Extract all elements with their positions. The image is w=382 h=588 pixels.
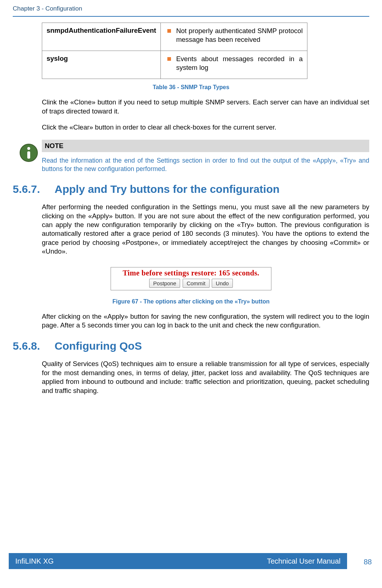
- page-content: snmpdAuthenticationFailureEvent Not prop…: [0, 23, 382, 395]
- chapter-title: Chapter 3 - Configuration: [13, 5, 382, 12]
- info-icon: [19, 143, 38, 162]
- section-title: Apply and Try buttons for the configurat…: [55, 183, 279, 195]
- square-bullet-icon: [167, 57, 171, 61]
- footer-bar: InfiLINK XG Technical User Manual: [9, 553, 347, 569]
- figure-title: Time before settings restore: 165 second…: [114, 269, 268, 277]
- note-body: NOTE Read the information at the end of …: [42, 140, 369, 173]
- svg-rect-3: [27, 151, 30, 159]
- trap-desc-text: Events about messages recorded in a syst…: [176, 55, 303, 72]
- svg-point-2: [27, 147, 30, 150]
- paragraph: Clink the «Clone» button if you need to …: [42, 98, 369, 116]
- bullet-item: Events about messages recorded in a syst…: [165, 55, 303, 72]
- footer-left: InfiLINK XG: [15, 557, 54, 565]
- footer-right: Technical User Manual: [267, 557, 341, 565]
- section-number: 5.6.7.: [13, 183, 55, 195]
- trap-desc-text: Not properly authenticated SNMP protocol…: [176, 27, 303, 44]
- section-heading-row: 5.6.8. Configuring QoS: [13, 340, 369, 352]
- section-heading-row: 5.6.7. Apply and Try buttons for the con…: [13, 183, 369, 195]
- header-rule: [13, 16, 369, 17]
- trap-name-cell: syslog: [42, 51, 161, 79]
- figure-caption: Figure 67 - The options after clicking o…: [13, 298, 369, 305]
- commit-button[interactable]: Commit: [183, 279, 210, 288]
- trap-desc-cell: Events about messages recorded in a syst…: [161, 51, 307, 79]
- figure-button-row: Postpone Commit Undo: [114, 279, 268, 288]
- note-heading: NOTE: [42, 140, 369, 152]
- paragraph: After performing the needed configuratio…: [42, 203, 369, 256]
- trap-desc-cell: Not properly authenticated SNMP protocol…: [161, 23, 307, 51]
- square-bullet-icon: [167, 29, 171, 33]
- note-block: NOTE Read the information at the end of …: [13, 140, 369, 173]
- section-number: 5.6.8.: [13, 340, 55, 352]
- paragraph: Quality of Services (QoS) techniques aim…: [42, 359, 369, 395]
- paragraph: After clicking on the «Apply» button for…: [42, 312, 369, 330]
- table-caption: Table 36 - SNMP Trap Types: [13, 84, 369, 91]
- trap-name-cell: snmpdAuthenticationFailureEvent: [42, 23, 161, 51]
- table-row: snmpdAuthenticationFailureEvent Not prop…: [42, 23, 307, 51]
- section-title: Configuring QoS: [55, 340, 142, 352]
- bullet-item: Not properly authenticated SNMP protocol…: [165, 27, 303, 44]
- page-header: Chapter 3 - Configuration: [0, 0, 382, 12]
- undo-button[interactable]: Undo: [212, 279, 233, 288]
- document-page: Chapter 3 - Configuration snmpdAuthentic…: [0, 0, 382, 588]
- figure-box: Time before settings restore: 165 second…: [111, 267, 271, 290]
- page-number: 88: [364, 558, 372, 566]
- note-text: Read the information at the end of the S…: [42, 156, 369, 173]
- paragraph: Click the «Clear» button in order to cle…: [42, 123, 369, 132]
- postpone-button[interactable]: Postpone: [149, 279, 180, 288]
- snmp-trap-table: snmpdAuthenticationFailureEvent Not prop…: [42, 23, 307, 79]
- table-row: syslog Events about messages recorded in…: [42, 51, 307, 79]
